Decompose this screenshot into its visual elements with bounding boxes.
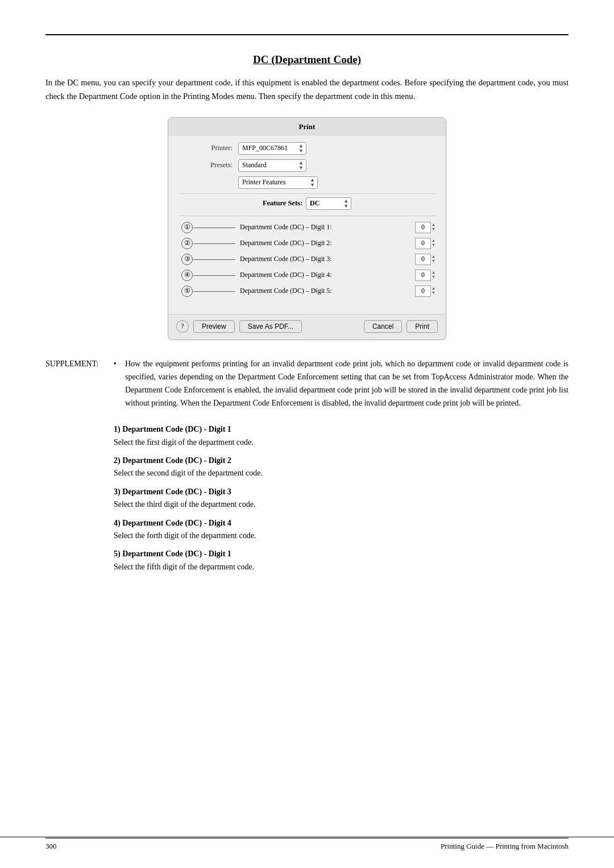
toolbar-arrow-icon: ▲ ▼: [310, 177, 315, 188]
supplement-text: How the equipment performs printing for …: [125, 357, 569, 410]
printer-arrow-icon: ▲ ▼: [298, 143, 304, 154]
intro-text: In the DC menu, you can specify your dep…: [45, 76, 569, 104]
page: DC (Department Code) In the DC menu, you…: [0, 0, 614, 868]
presets-row: Presets: Standard ▲ ▼: [179, 159, 435, 172]
section-title: DC (Department Code): [45, 53, 569, 66]
presets-select-wrapper: Standard ▲ ▼: [238, 159, 306, 172]
feature-sets-row: Feature Sets: DC ▲ ▼: [179, 197, 435, 210]
digit-4-value-wrapper: 0: [415, 270, 431, 281]
preview-button[interactable]: Preview: [193, 320, 235, 333]
divider: [179, 193, 435, 194]
numbered-item-4: 4) Department Code (DC) - Digit 4 Select…: [114, 517, 569, 543]
digit-5-label: Department Code (DC) – Digit 5:: [235, 287, 412, 295]
numbered-item-1-title: 1) Department Code (DC) - Digit 1: [114, 425, 231, 433]
digit-1-value[interactable]: 0: [415, 222, 431, 233]
supplement-label: SUPPLEMENT:: [45, 357, 114, 410]
printer-control: MFP_00C67861 ▲ ▼: [238, 142, 435, 155]
circle-2: ②: [181, 238, 193, 249]
save-as-pdf-button[interactable]: Save As PDF...: [239, 320, 302, 333]
digit-2-stepper[interactable]: ▲ ▼: [432, 239, 435, 247]
footer-left: ? Preview Save As PDF...: [176, 320, 302, 333]
presets-control: Standard ▲ ▼: [238, 159, 435, 172]
arrow-5: [193, 291, 235, 292]
toolbar-select-box-wrapper: Printer Features ▲ ▼: [238, 176, 318, 189]
page-number: 300: [45, 842, 57, 851]
digit-4-value[interactable]: 0: [415, 270, 431, 281]
print-dialog: Print Printer: MFP_00C67861 ▲ ▼: [168, 117, 446, 340]
digit-5-stepper[interactable]: ▲ ▼: [432, 287, 435, 295]
numbered-item-4-desc: Select the forth digit of the department…: [114, 530, 569, 542]
help-button[interactable]: ?: [176, 320, 189, 333]
digit-2-value-wrapper: 0: [415, 238, 431, 249]
footer-right: Cancel Print: [364, 320, 438, 333]
digit-1-stepper[interactable]: ▲ ▼: [432, 223, 435, 232]
print-button[interactable]: Print: [406, 320, 438, 333]
numbered-item-3-desc: Select the third digit of the department…: [114, 498, 569, 511]
numbered-item-1: 1) Department Code (DC) - Digit 1 Select…: [114, 423, 569, 449]
digit-row-4: ④ Department Code (DC) – Digit 4: 0 ▲ ▼: [235, 270, 435, 281]
digit-3-value-wrapper: 0: [415, 254, 431, 265]
digit-row-3: ③ Department Code (DC) – Digit 3: 0 ▲ ▼: [235, 254, 435, 265]
printer-label: Printer:: [179, 144, 238, 152]
digit-4-label: Department Code (DC) – Digit 4:: [235, 271, 412, 279]
digit-5-value-wrapper: 0: [415, 286, 431, 297]
numbered-item-5-desc: Select the fifth digit of the department…: [114, 561, 569, 573]
circle-3: ③: [181, 254, 193, 265]
toolbar-row: Printer Features ▲ ▼: [179, 176, 435, 189]
circle-4: ④: [181, 270, 193, 281]
dialog-titlebar: Print: [168, 118, 446, 135]
numbered-item-5: 5) Department Code (DC) - Digit 1 Select…: [114, 548, 569, 573]
printer-select-wrapper: MFP_00C67861 ▲ ▼: [238, 142, 306, 155]
feature-sets-arrow-icon: ▲ ▼: [343, 199, 349, 209]
feature-sets-label: Feature Sets:: [263, 199, 302, 208]
dialog-body: Printer: MFP_00C67861 ▲ ▼: [168, 135, 446, 314]
divider2: [179, 216, 435, 216]
digit-3-stepper[interactable]: ▲ ▼: [432, 255, 435, 263]
circle-1: ①: [181, 222, 193, 233]
digit-5-value[interactable]: 0: [415, 286, 431, 297]
digit-1-label: Department Code (DC) – Digit 1:: [235, 223, 412, 232]
presets-arrow-icon: ▲ ▼: [298, 160, 304, 171]
feature-sets-select[interactable]: DC ▲ ▼: [306, 197, 351, 210]
digit-row-1: ① Department Code (DC) – Digit 1: 0 ▲ ▼: [235, 222, 435, 233]
digit-rows: ① Department Code (DC) – Digit 1: 0 ▲ ▼: [179, 220, 435, 306]
arrow-1: [193, 228, 235, 228]
digit-row-5: ⑤ Department Code (DC) – Digit 5: 0 ▲ ▼: [235, 286, 435, 297]
presets-select[interactable]: Standard ▲ ▼: [238, 159, 306, 172]
toolbar-select[interactable]: Printer Features ▲ ▼: [238, 176, 318, 189]
circle-5: ⑤: [181, 286, 193, 297]
numbered-item-3-title: 3) Department Code (DC) - Digit 3: [114, 487, 231, 496]
digit-2-label: Department Code (DC) – Digit 2:: [235, 239, 412, 247]
top-rule: [45, 34, 569, 35]
presets-label: Presets:: [179, 161, 238, 170]
numbered-item-5-title: 5) Department Code (DC) - Digit 1: [114, 549, 231, 558]
dialog-footer: ? Preview Save As PDF... Cancel Print: [168, 314, 446, 340]
digit-1-value-wrapper: 0: [415, 222, 431, 233]
arrow-2: [193, 243, 235, 244]
numbered-item-1-desc: Select the first digit of the department…: [114, 436, 569, 449]
supplement-bullet: •: [114, 357, 123, 410]
arrow-4: [193, 275, 235, 276]
printer-row: Printer: MFP_00C67861 ▲ ▼: [179, 142, 435, 155]
numbered-item-3: 3) Department Code (DC) - Digit 3 Select…: [114, 486, 569, 511]
digit-3-label: Department Code (DC) – Digit 3:: [235, 255, 412, 263]
numbered-item-2: 2) Department Code (DC) - Digit 2 Select…: [114, 454, 569, 480]
digit-4-stepper[interactable]: ▲ ▼: [432, 271, 435, 279]
feature-sets-select-wrapper: DC ▲ ▼: [306, 197, 351, 210]
digit-row-2: ② Department Code (DC) – Digit 2: 0 ▲ ▼: [235, 238, 435, 249]
printer-select[interactable]: MFP_00C67861 ▲ ▼: [238, 142, 306, 155]
dialog-wrapper: Print Printer: MFP_00C67861 ▲ ▼: [45, 117, 569, 340]
digit-3-value[interactable]: 0: [415, 254, 431, 265]
toolbar-select-wrapper: Printer Features ▲ ▼: [238, 176, 318, 189]
numbered-item-2-title: 2) Department Code (DC) - Digit 2: [114, 456, 231, 465]
digit-2-value[interactable]: 0: [415, 238, 431, 249]
numbered-item-4-title: 4) Department Code (DC) - Digit 4: [114, 519, 231, 527]
guide-text: Printing Guide — Printing from Macintosh: [441, 842, 569, 851]
supplement-section: SUPPLEMENT: • How the equipment performs…: [45, 357, 569, 410]
numbered-item-2-desc: Select the second digit of the departmen…: [114, 467, 569, 480]
arrow-3: [193, 259, 235, 260]
page-footer: 300 Printing Guide — Printing from Macin…: [0, 837, 614, 851]
numbered-items: 1) Department Code (DC) - Digit 1 Select…: [114, 423, 569, 573]
cancel-button[interactable]: Cancel: [364, 320, 402, 333]
